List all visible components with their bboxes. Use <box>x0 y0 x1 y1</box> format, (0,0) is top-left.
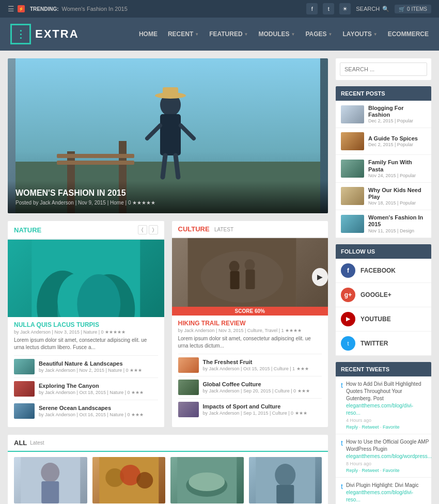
recent-post-4-meta: Nov 18, 2015 | Popular <box>368 200 426 206</box>
twitter-topbar-icon[interactable]: t <box>323 3 334 14</box>
all-section-header: ALL Latest <box>8 435 328 452</box>
hero-meta-text: Posted by Jack Anderson | Nov 9, 2015 | … <box>15 200 155 206</box>
play-button[interactable]: ▶ <box>312 268 328 286</box>
culture-item-1-title[interactable]: The Freshest Fruit <box>203 359 309 366</box>
all-label: Latest <box>30 440 44 446</box>
sidebar: RECENT POSTS Blogging For Fashion Dec 2,… <box>336 58 431 504</box>
culture-item-2-title[interactable]: Global Coffee Culture <box>203 381 310 388</box>
recent-post-1-meta: Dec 2, 2015 | Popular <box>368 118 426 123</box>
nature-prev-button[interactable]: 〈 <box>138 225 147 234</box>
logo[interactable]: ⋮ EXTRA <box>10 24 79 44</box>
culture-featured-title[interactable]: HIKING TRAIL REVIEW <box>172 316 328 328</box>
svg-rect-5 <box>57 161 134 165</box>
google-label: GOOGLE+ <box>360 291 391 298</box>
search-area[interactable]: SEARCH 🔍 <box>356 6 389 12</box>
recent-post-5[interactable]: Women's Fashion In 2015 Nov 11, 2015 | D… <box>336 210 431 238</box>
main-nav: HOME RECENT ▼ FEATURED ▼ MODULES ▼ PAGES… <box>139 30 429 38</box>
nature-item-3-info: Serene Ocean Landscapes by Jack Anderson… <box>39 405 144 417</box>
nature-featured-excerpt: Lorem ipsum dolor sit amet, consectetur … <box>8 337 164 355</box>
trending-label: TRENDING: <box>30 6 59 12</box>
google-follow-button[interactable]: g+ GOOGLE+ <box>336 283 431 307</box>
recent-post-1-title: Blogging For Fashion <box>368 105 426 118</box>
score-badge: SCORE 60% <box>172 307 328 316</box>
svg-point-25 <box>244 259 255 271</box>
recent-post-4[interactable]: Why Our Kids Need Play Nov 18, 2015 | Po… <box>336 183 431 210</box>
logo-icon: ⋮ <box>10 24 31 44</box>
nature-item-1-title[interactable]: Beautiful Nature & Landscapes <box>39 360 142 367</box>
tweet-1: t How to Add Divi Built Highlighted Quot… <box>336 376 431 434</box>
culture-header-title: CULTURE Latest <box>178 225 234 233</box>
nature-next-button[interactable]: 〉 <box>149 225 158 234</box>
tweet-2-actions[interactable]: Reply · Retweet · Favorite <box>346 468 432 473</box>
all-title: ALL <box>14 439 27 447</box>
culture-title: CULTURE <box>178 225 210 233</box>
facebook-follow-button[interactable]: f FACEBOOK <box>336 259 431 283</box>
svg-rect-13 <box>163 87 178 97</box>
header: ⋮ EXTRA HOME RECENT ▼ FEATURED ▼ MODULES… <box>0 18 439 51</box>
nature-header: NATURE 〈 〉 <box>8 221 164 240</box>
all-card-2: A Guide To Spices Dec 2, 2015 <box>92 457 166 504</box>
main-container: WOMEN'S FASHION IN 2015 Posted by Jack A… <box>0 51 439 504</box>
recent-post-2[interactable]: A Guide To Spices Dec 2, 2015 | Popular <box>336 128 431 155</box>
nav-home[interactable]: HOME <box>139 30 158 38</box>
tweet-3-content: Divi Plugin Highlight: Divi Magic elegan… <box>346 482 426 505</box>
culture-thumb-2 <box>178 380 199 395</box>
all-card-3: Family Fun With Pasta Nov 24, 2015 <box>170 457 244 504</box>
culture-header: CULTURE Latest <box>172 221 328 238</box>
culture-item-3-title[interactable]: Impacts of Sport and Culture <box>203 403 307 410</box>
nature-item-1-info: Beautiful Nature & Landscapes by Jack An… <box>39 360 142 372</box>
culture-item-2-meta: by Jack Anderson | Sep 20, 2015 | Cultur… <box>203 388 310 393</box>
tweet-1-actions[interactable]: Reply · Retweet · Favorite <box>346 424 426 430</box>
nav-featured[interactable]: FEATURED ▼ <box>209 30 248 38</box>
nav-recent[interactable]: RECENT ▼ <box>168 30 199 38</box>
sidebar-search-input[interactable] <box>340 62 427 76</box>
nature-item-3-meta: by Jack Anderson | Oct 16, 2015 | Nature… <box>39 412 144 417</box>
svg-rect-7 <box>160 114 181 155</box>
recent-tweets-list: t How to Add Divi Built Highlighted Quot… <box>336 376 431 505</box>
all-card-4: Why Our Kids Need Play Nov 18, 2015 <box>249 457 322 504</box>
nature-featured-image <box>8 240 164 317</box>
all-card-4-image <box>249 457 322 503</box>
youtube-label: YOUTUBE <box>360 316 391 323</box>
cart-button[interactable]: 🛒 0 ITEMS <box>395 5 431 13</box>
culture-list-item: Impacts of Sport and Culture by Jack And… <box>178 398 322 420</box>
nature-featured-title[interactable]: NULLA QUIS LACUS TURPIS <box>8 317 164 329</box>
culture-thumb-3 <box>178 402 199 417</box>
svg-point-23 <box>229 261 239 272</box>
culture-label: Latest <box>214 227 233 232</box>
two-col-section: NATURE 〈 〉 NULLA QU <box>8 221 328 427</box>
hamburger-icon[interactable]: ☰ <box>8 5 14 13</box>
content-area: WOMEN'S FASHION IN 2015 Posted by Jack A… <box>8 58 328 504</box>
search-icon: 🔍 <box>382 6 389 12</box>
twitter-follow-button[interactable]: t TWITTER <box>336 332 431 356</box>
recent-tweets-section: RECENT TWEETS t How to Add Divi Built Hi… <box>336 362 431 505</box>
tweet-1-icon: t <box>341 381 343 430</box>
youtube-follow-button[interactable]: ▶ YOUTUBE <box>336 307 431 332</box>
nature-item-2-title[interactable]: Exploring The Canyon <box>39 383 144 389</box>
nav-layouts[interactable]: LAYOUTS ▼ <box>343 30 378 38</box>
nav-pages[interactable]: PAGES ▼ <box>305 30 332 38</box>
nature-thumb-2 <box>14 381 35 397</box>
nav-ecommerce[interactable]: ECOMMERCE <box>388 30 429 38</box>
instagram-topbar-icon[interactable]: ☀ <box>339 3 351 14</box>
recent-post-3[interactable]: Family Fun With Pasta Nov 24, 2015 | Pop… <box>336 155 431 182</box>
top-bar-right: f t ☀ SEARCH 🔍 🛒 0 ITEMS <box>306 3 431 14</box>
nature-list-item: Serene Ocean Landscapes by Jack Anderson… <box>14 400 158 422</box>
culture-item-3-meta: by Jack Anderson | Sep 1, 2015 | Culture… <box>203 411 307 416</box>
twitter-label: TWITTER <box>360 340 388 347</box>
twitter-icon: t <box>341 336 355 351</box>
tweet-2-content: How to Use the Official Google AMP WordP… <box>346 438 432 473</box>
recent-post-5-thumb <box>341 215 364 233</box>
recent-post-1[interactable]: Blogging For Fashion Dec 2, 2015 | Popul… <box>336 101 431 128</box>
nature-item-3-title[interactable]: Serene Ocean Landscapes <box>39 405 144 412</box>
recent-posts-list: Blogging For Fashion Dec 2, 2015 | Popul… <box>336 101 431 238</box>
facebook-topbar-icon[interactable]: f <box>306 3 318 14</box>
culture-mini-list: The Freshest Fruit by Jack Anderson | Oc… <box>172 354 328 420</box>
recent-post-3-title: Family Fun With Pasta <box>368 159 426 172</box>
hero-title: WOMEN'S FASHION IN 2015 <box>15 188 320 198</box>
nature-thumb-3 <box>14 403 35 419</box>
follow-us-section: FOLLOW US f FACEBOOK g+ GOOGLE+ ▶ YOUTUB… <box>336 244 431 356</box>
nav-modules[interactable]: MODULES ▼ <box>259 30 295 38</box>
cart-label: 0 ITEMS <box>407 6 427 12</box>
hero-section[interactable]: WOMEN'S FASHION IN 2015 Posted by Jack A… <box>8 58 328 213</box>
